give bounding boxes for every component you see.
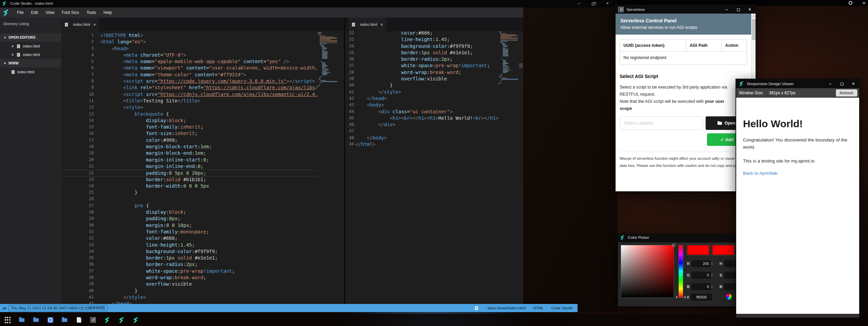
code-studio-icon[interactable] — [104, 317, 111, 323]
field-value[interactable]: 0 — [692, 272, 711, 279]
code-line[interactable]: 29 padding:8px; — [61, 215, 318, 222]
code-editor-1[interactable]: 1<!DOCTYPE html>2<html lang="en">3 <head… — [61, 32, 318, 304]
stepper-icon[interactable]: ▴▾ — [711, 273, 712, 277]
close-icon[interactable]: × — [12, 51, 14, 59]
code-line[interactable]: 17 color:#999; — [61, 137, 318, 143]
code-line[interactable]: 46 </div> — [345, 121, 498, 128]
code-line[interactable]: 32 color:#666; — [61, 235, 318, 242]
hue-slider[interactable] — [678, 245, 683, 298]
current-color-swatch[interactable] — [687, 245, 709, 255]
serverless-app-icon[interactable]: 0 — [90, 317, 96, 323]
spin-down-icon[interactable]: ▾ — [711, 287, 712, 288]
field-value[interactable]: 255 — [692, 260, 711, 267]
code-line[interactable]: 33 line-height:1.45; — [61, 242, 318, 248]
document-icon[interactable] — [75, 317, 82, 323]
spin-down-icon[interactable]: ▾ — [711, 275, 712, 277]
code-line[interactable]: 49</html> — [345, 141, 498, 148]
code-line[interactable]: 31 font-family:monospace; — [61, 229, 318, 235]
sync-arrows-icon[interactable]: ⇄ — [3, 306, 6, 311]
sidebar-item-file[interactable]: ×index.html — [0, 51, 61, 59]
sidebar-section-www[interactable]: ▾WWW — [0, 59, 61, 68]
code-line[interactable]: 23 border:solid #b1b1b1; — [61, 176, 318, 183]
minimap-1[interactable] — [318, 32, 343, 87]
code-line[interactable]: 40 } — [61, 288, 318, 294]
page-link[interactable]: Back to Aprintlab — [743, 171, 852, 176]
code-line[interactable]: 26 — [61, 196, 318, 202]
minimap-2[interactable] — [498, 30, 519, 84]
code-line[interactable]: 40 } — [345, 82, 498, 89]
code-line[interactable]: 30 margin:0 0 10px; — [61, 222, 318, 229]
code-line[interactable]: 7 <meta name="theme-color" content="#ff9… — [61, 72, 318, 78]
code-line[interactable]: 42 </head> — [345, 95, 498, 102]
refresh-button[interactable]: Refresh — [836, 90, 857, 96]
minimize-button[interactable]: – — [572, 0, 586, 7]
code-line[interactable]: 14 display:block; — [61, 117, 318, 124]
code-line[interactable]: 44 <div class="ui container"> — [345, 109, 498, 115]
code-line[interactable]: 35 border:1px solid #e1e1e1; — [61, 255, 318, 261]
code-line[interactable]: 38 word-wrap:break-word; — [61, 274, 318, 281]
editor-pane-1[interactable]: index.html × 1<!DOCTYPE html>2<html lang… — [61, 18, 345, 304]
code-line[interactable]: 34 background-color:#f9f9f9; — [345, 43, 498, 50]
close-button[interactable]: × — [600, 0, 615, 7]
statusbar-file-path[interactable]: store:/www/index.html — [488, 306, 526, 310]
restore-button[interactable] — [586, 0, 600, 7]
editor-pane-2[interactable]: index.html × 32 color:#666;33 line-heigh… — [345, 18, 523, 304]
close-icon[interactable]: × — [93, 22, 95, 26]
code-line[interactable]: 39 overflow:visible — [61, 281, 318, 287]
tab-index-html[interactable]: index.html × — [61, 18, 99, 31]
code-line[interactable]: 24 border-width:0 0 0 5px — [61, 183, 318, 189]
code-line[interactable]: 5 <meta name="apple-mobile-web-app-capab… — [61, 58, 318, 65]
color-wheel-icon[interactable] — [726, 294, 732, 300]
code-line[interactable]: 33 line-height:1.45; — [345, 36, 498, 43]
code-studio-icon[interactable] — [132, 317, 139, 323]
code-line[interactable]: 37 white-space:pre-wrap!important; — [345, 62, 498, 69]
code-line[interactable]: 39 overflow:visible — [345, 76, 498, 82]
code-line[interactable]: 38 word-wrap:break-word; — [345, 69, 498, 76]
scrollbar-thumb[interactable] — [519, 63, 523, 68]
code-line[interactable]: 42 </head> — [61, 301, 318, 304]
code-line[interactable]: 22 padding:0 5px 0 20px; — [61, 170, 318, 176]
minimize-button[interactable]: – — [721, 5, 732, 14]
previous-color-swatch[interactable] — [712, 245, 734, 255]
code-line[interactable]: 15 font-family:inherit; — [61, 124, 318, 130]
close-icon[interactable]: × — [380, 22, 383, 26]
statusbar-app-name[interactable]: Code Studio — [551, 306, 573, 310]
maximize-button[interactable] — [732, 5, 744, 14]
code-line[interactable]: 4 <meta charset="UTF-8"> — [61, 52, 318, 58]
media-app-icon[interactable] — [47, 317, 54, 323]
location-input[interactable] — [620, 116, 703, 130]
statusbar-datetime[interactable]: Thu May 11 2023 21:54:48 GMT+0800 (台北標準時… — [8, 305, 108, 311]
code-line[interactable]: 12 <style> — [61, 104, 318, 111]
close-icon[interactable]: × — [12, 42, 14, 51]
code-line[interactable]: 47 — [345, 128, 498, 134]
code-line[interactable]: 35 border:1px solid #e1e1e1; — [345, 50, 498, 56]
code-line[interactable]: 13 blockquote { — [61, 111, 318, 117]
code-studio-icon[interactable] — [118, 317, 125, 323]
tab-index-html[interactable]: index.html × — [349, 18, 386, 31]
code-line[interactable]: 6 <meta name="viewport" content="user-sc… — [61, 65, 318, 71]
hue-marker-right-icon[interactable] — [684, 296, 686, 299]
stepper-icon[interactable]: ▴▾ — [711, 262, 712, 265]
code-line[interactable]: 20 margin-inline-start:0; — [61, 157, 318, 163]
color-selection-ring[interactable] — [672, 244, 675, 247]
code-line[interactable]: 41 </style> — [61, 294, 318, 301]
viewer-titlebar[interactable]: Responsive Design Viewer – × — [736, 79, 859, 88]
code-editor-2[interactable]: 32 color:#666;33 line-height:1.45;34 bac… — [345, 30, 498, 148]
menu-item-file[interactable]: File — [13, 10, 27, 15]
stepper-icon[interactable]: ▴▾ — [711, 285, 712, 288]
scrollbar-thumb[interactable] — [752, 19, 756, 40]
folder-icon[interactable] — [33, 317, 39, 323]
code-line[interactable]: 10 <script src="https://cdnjs.cloudflare… — [61, 91, 318, 98]
code-line[interactable]: 9 <link rel="stylesheet" href="https://c… — [61, 84, 318, 91]
folder-icon[interactable] — [61, 317, 68, 323]
system-menu-icon[interactable]: ≡ — [863, 1, 865, 5]
menu-item-view[interactable]: View — [42, 10, 58, 15]
code-line[interactable]: 41 </style> — [345, 89, 498, 95]
code-line[interactable]: 8 <script src="https://code.jquery.com/j… — [61, 78, 318, 84]
folder-icon[interactable] — [18, 317, 25, 323]
menu-item-help[interactable]: Help — [100, 10, 116, 15]
statusbar-language[interactable]: HTML — [533, 306, 544, 310]
minimize-button[interactable]: – — [825, 80, 836, 88]
scroll-up-icon[interactable]: ▲ — [751, 14, 756, 18]
hue-marker-left-icon[interactable] — [676, 296, 678, 299]
